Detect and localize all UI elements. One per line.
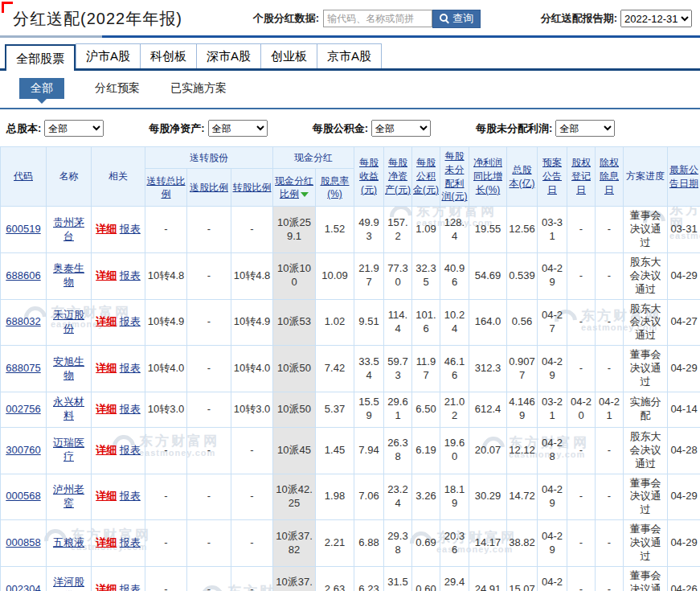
market-tab-5[interactable]: 京市A股 xyxy=(317,43,382,68)
cell-name: 禾迈股份 xyxy=(47,299,92,346)
report-link[interactable]: 报表 xyxy=(120,444,141,456)
market-tab-3[interactable]: 深市A股 xyxy=(196,43,260,68)
filter-select-0[interactable]: 全部 xyxy=(44,120,104,137)
report-period-label: 分红送配报告期: xyxy=(541,11,617,26)
cell-code: 688075 xyxy=(1,346,47,392)
detail-link[interactable]: 详细 xyxy=(96,490,117,502)
plan-tab-2[interactable]: 已实施方案 xyxy=(170,81,227,96)
stock-code-link[interactable]: 000568 xyxy=(6,490,40,502)
detail-link[interactable]: 详细 xyxy=(96,315,117,327)
cell-name: 安旭生物 xyxy=(47,346,92,392)
stock-name-link[interactable]: 迈瑞医疗 xyxy=(53,437,84,462)
column-header-gxl[interactable]: 股息率(%) xyxy=(321,175,350,200)
search-input[interactable] xyxy=(323,10,432,27)
filter-select-1[interactable]: 全部 xyxy=(208,120,268,137)
stock-name-link[interactable]: 贵州茅台 xyxy=(53,216,84,242)
column-header-gqdj[interactable]: 股权登记日 xyxy=(571,157,591,195)
table-header-cell: 转股比例 xyxy=(231,169,273,207)
cell-gqdj: - xyxy=(567,474,596,520)
report-link[interactable]: 报表 xyxy=(120,223,141,235)
stock-code-link[interactable]: 002756 xyxy=(6,403,40,415)
stock-code-link[interactable]: 300760 xyxy=(6,444,40,456)
filter-select-2[interactable]: 全部 xyxy=(371,120,431,137)
stock-name-link[interactable]: 禾迈股份 xyxy=(53,309,84,334)
cell-yagg: 03-21 xyxy=(538,392,567,427)
cell-jlrtbzz: 20.07 xyxy=(469,427,507,474)
report-link[interactable]: 报表 xyxy=(120,583,141,591)
cell-zxgg: 04-29 xyxy=(668,520,700,567)
cell-zgb: 14.72 xyxy=(507,474,538,520)
stock-name-link[interactable]: 永兴材料 xyxy=(53,396,84,421)
stock-code-link[interactable]: 688606 xyxy=(6,269,40,281)
column-header-mggjj[interactable]: 每股公积金(元) xyxy=(413,157,439,195)
cell-code: 002304 xyxy=(1,566,47,591)
report-link[interactable]: 报表 xyxy=(120,269,141,281)
stock-code-link[interactable]: 600519 xyxy=(6,223,40,235)
cell-mgjzc: 26.38 xyxy=(384,427,412,474)
market-tab-1[interactable]: 沪市A股 xyxy=(76,43,140,68)
stock-code-link[interactable]: 002304 xyxy=(6,583,40,591)
table-header-cell: 送股比例 xyxy=(187,169,231,207)
report-link[interactable]: 报表 xyxy=(120,536,141,548)
cell-jlrtbzz: 19.55 xyxy=(469,207,507,253)
report-link[interactable]: 报表 xyxy=(120,490,141,502)
cell-mgwfplr: 19.60 xyxy=(440,427,469,474)
market-tab-2[interactable]: 科创板 xyxy=(140,43,196,68)
cell-gxl: 1.52 xyxy=(316,207,354,253)
stock-name-link[interactable]: 洋河股份 xyxy=(53,576,84,591)
cell-yagg: 04-29 xyxy=(538,520,567,567)
cell-code: 600519 xyxy=(1,207,47,253)
column-header-zxgg[interactable]: 最新公告日期 xyxy=(669,164,698,189)
cell-zgbl: - xyxy=(231,566,273,591)
market-tab-4[interactable]: 创业板 xyxy=(260,43,317,68)
column-header-yagg[interactable]: 预案公告日 xyxy=(542,157,562,195)
report-link[interactable]: 报表 xyxy=(120,315,141,327)
column-header-name: 名称 xyxy=(59,170,79,182)
stock-name-link[interactable]: 泸州老窖 xyxy=(53,483,84,509)
column-header-zgb[interactable]: 总股本(亿) xyxy=(510,164,535,189)
stock-code-link[interactable]: 688075 xyxy=(6,362,40,374)
plan-tab-1[interactable]: 分红预案 xyxy=(95,81,140,96)
column-header-jlrtbzz[interactable]: 净利润同比增长(%) xyxy=(473,157,502,195)
filter-select-3[interactable]: 全部 xyxy=(555,120,615,137)
cell-related: 详细 报表 xyxy=(92,520,145,567)
plan-tab-0[interactable]: 全部 xyxy=(19,78,64,99)
market-tab-0[interactable]: 全部股票 xyxy=(5,44,76,71)
stock-code-link[interactable]: 000858 xyxy=(6,536,40,548)
column-header-zgbl[interactable]: 转股比例 xyxy=(233,182,272,193)
detail-link[interactable]: 详细 xyxy=(96,223,117,235)
column-header-mgjzc[interactable]: 每股净资产(元) xyxy=(385,157,411,195)
stock-name-link[interactable]: 五粮液 xyxy=(53,536,84,548)
column-header-cqcx[interactable]: 除权除息日 xyxy=(600,157,619,195)
search-button[interactable]: 查询 xyxy=(432,10,481,28)
cell-mgsy: 6.88 xyxy=(354,520,384,567)
stock-name-link[interactable]: 奥泰生物 xyxy=(53,262,84,288)
report-period-select[interactable]: 2022-12-31 xyxy=(620,10,692,27)
report-link[interactable]: 报表 xyxy=(120,403,141,415)
table-header-cell: 每股净资产(元) xyxy=(384,147,412,207)
search-group: 个股分红数据: 查询 xyxy=(253,10,481,28)
column-header-mgsy[interactable]: 每股收益(元) xyxy=(359,157,379,195)
cell-gxl: 10.09 xyxy=(316,252,354,299)
column-header-sgbl[interactable]: 送股比例 xyxy=(190,182,228,193)
sort-desc-icon[interactable] xyxy=(301,192,309,197)
cell-gqdj: - xyxy=(567,520,596,567)
column-header-mgwfplr[interactable]: 每股未分配利润(元) xyxy=(442,150,468,202)
detail-link[interactable]: 详细 xyxy=(96,269,117,281)
stock-name-link[interactable]: 安旭生物 xyxy=(53,355,84,381)
detail-link[interactable]: 详细 xyxy=(96,362,117,374)
table-header-cell: 方案进度 xyxy=(624,147,668,207)
column-header-code[interactable]: 代码 xyxy=(14,170,33,182)
detail-link[interactable]: 详细 xyxy=(96,583,117,591)
cell-zxgg: 04-14 xyxy=(668,392,700,427)
report-link[interactable]: 报表 xyxy=(120,362,141,374)
cell-fajd: 董事会决议通过 xyxy=(624,207,668,253)
detail-link[interactable]: 详细 xyxy=(96,536,117,548)
detail-link[interactable]: 详细 xyxy=(96,444,117,456)
cell-related: 详细 报表 xyxy=(92,474,145,520)
table-header-cell: 每股收益(元) xyxy=(354,147,384,207)
stock-code-link[interactable]: 688032 xyxy=(6,315,40,327)
detail-link[interactable]: 详细 xyxy=(96,403,117,415)
column-header-szzbl[interactable]: 送转总比例 xyxy=(147,175,186,200)
cell-mggjj: 101.6 xyxy=(412,299,440,346)
